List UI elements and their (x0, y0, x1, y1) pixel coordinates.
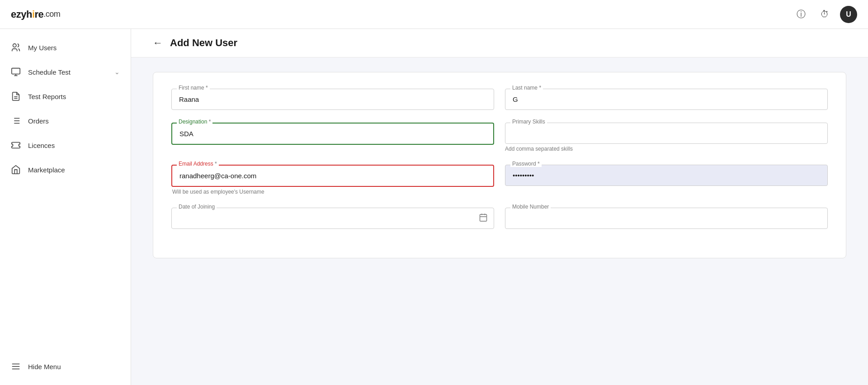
sidebar-label-marketplace: Marketplace (28, 166, 120, 174)
sidebar-label-schedule-test: Schedule Test (28, 68, 107, 76)
first-name-label: First name (177, 85, 210, 91)
password-input[interactable] (505, 165, 828, 186)
hide-menu-label: Hide Menu (28, 363, 61, 371)
monitor-icon (11, 67, 21, 77)
date-of-joining-group: Date of Joining (171, 208, 494, 229)
email-hint: Will be used as employee's Username (171, 189, 494, 195)
designation-input[interactable] (171, 123, 494, 145)
email-label: Email Address (177, 161, 219, 167)
page-header: ← Add New User (131, 29, 868, 57)
mobile-number-input[interactable] (505, 208, 828, 229)
history-button[interactable]: ⏱ (816, 6, 833, 23)
skills-hint: Add comma separated skills (505, 146, 828, 152)
first-name-group: First name (171, 89, 494, 110)
logo: ezyhire.com (11, 9, 60, 20)
sidebar-item-schedule-test[interactable]: Schedule Test ⌄ (0, 61, 131, 83)
list-icon (11, 116, 21, 126)
email-password-row: Email Address Will be used as employee's… (171, 165, 828, 195)
mobile-number-group: Mobile Number (505, 208, 828, 229)
sidebar-nav: My Users Schedule Test ⌄ Test Reports (0, 36, 131, 181)
ticket-icon (11, 140, 21, 150)
designation-group: Designation (171, 123, 494, 152)
history-icon: ⏱ (820, 9, 829, 19)
mobile-number-label: Mobile Number (510, 204, 551, 210)
svg-rect-15 (480, 214, 487, 221)
header-icons: ⓘ ⏱ U (793, 6, 857, 23)
primary-skills-group: Primary Skills Add comma separated skill… (505, 123, 828, 152)
back-arrow-icon: ← (153, 37, 163, 49)
sidebar-item-test-reports[interactable]: Test Reports (0, 85, 131, 108)
password-group: Password (505, 165, 828, 195)
sidebar-item-my-users[interactable]: My Users (0, 36, 131, 59)
hide-menu-button[interactable]: Hide Menu (0, 355, 131, 378)
last-name-label: Last name (510, 85, 543, 91)
name-row: First name Last name (171, 89, 828, 110)
last-name-group: Last name (505, 89, 828, 110)
primary-skills-label: Primary Skills (510, 119, 547, 125)
designation-label: Designation (177, 119, 212, 125)
file-icon (11, 91, 21, 101)
add-user-form: First name Last name Designation Primary… (153, 72, 846, 258)
sidebar-label-my-users: My Users (28, 44, 120, 52)
last-name-input[interactable] (505, 89, 828, 110)
app-header: ezyhire.com ⓘ ⏱ U (0, 0, 868, 29)
logo-ezy: ezyh (11, 9, 32, 20)
help-button[interactable]: ⓘ (793, 6, 809, 23)
sidebar-label-orders: Orders (28, 117, 120, 125)
password-label: Password (510, 161, 542, 167)
first-name-input[interactable] (171, 89, 494, 110)
page-title: Add New User (170, 37, 237, 49)
sidebar-label-licences: Licences (28, 142, 120, 149)
calendar-icon[interactable] (479, 213, 488, 224)
sidebar-item-marketplace[interactable]: Marketplace (0, 158, 131, 181)
people-icon (11, 43, 21, 52)
user-avatar[interactable]: U (840, 6, 857, 23)
designation-skills-row: Designation Primary Skills Add comma sep… (171, 123, 828, 152)
logo-re: re (35, 9, 44, 20)
sidebar-item-licences[interactable]: Licences (0, 134, 131, 157)
primary-skills-input[interactable] (505, 123, 828, 144)
sidebar: My Users Schedule Test ⌄ Test Reports (0, 29, 131, 385)
date-of-joining-label: Date of Joining (177, 204, 217, 210)
svg-rect-1 (12, 68, 20, 74)
store-icon (11, 165, 21, 175)
email-input[interactable] (171, 165, 494, 187)
main-layout: My Users Schedule Test ⌄ Test Reports (0, 29, 868, 385)
sidebar-label-test-reports: Test Reports (28, 93, 120, 100)
date-of-joining-input[interactable] (171, 208, 494, 229)
date-mobile-row: Date of Joining Mobile Number (171, 208, 828, 229)
help-icon: ⓘ (797, 8, 806, 20)
sidebar-item-orders[interactable]: Orders (0, 109, 131, 132)
hide-menu-icon (11, 361, 21, 371)
logo-dot-com: .com (43, 10, 60, 19)
chevron-down-icon: ⌄ (114, 68, 120, 76)
content-area: ← Add New User First name Last name D (131, 29, 868, 385)
svg-point-0 (13, 44, 16, 47)
back-button[interactable]: ← (153, 37, 163, 49)
email-group: Email Address Will be used as employee's… (171, 165, 494, 195)
